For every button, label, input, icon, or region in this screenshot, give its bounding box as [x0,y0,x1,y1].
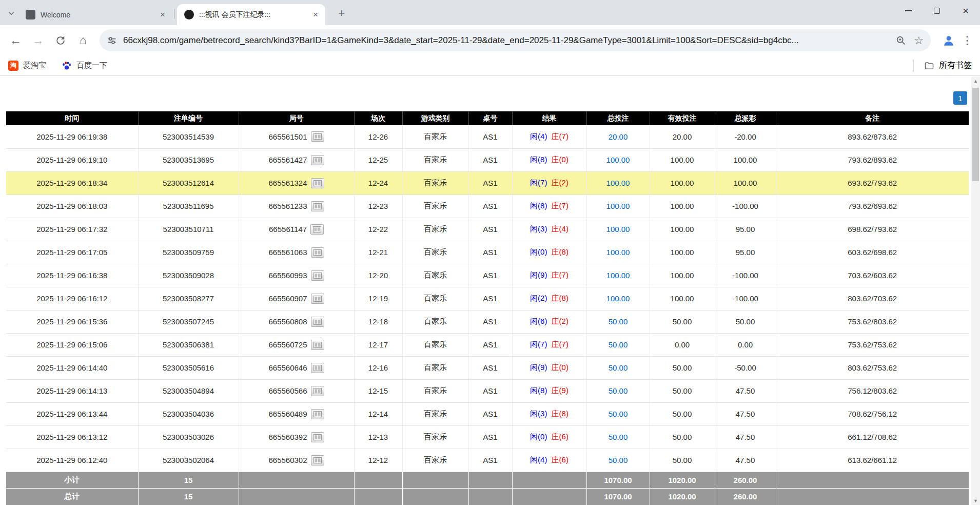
total-bet-link[interactable]: 50.00 [609,317,628,326]
cell-total-bet: 50.00 [586,310,650,333]
cell-game-type: 百家乐 [402,125,468,148]
cell-total-payout: -100.00 [715,264,776,287]
result-player: 闲(4) [530,132,547,141]
home-button[interactable]: ⌂ [72,29,94,52]
profile-avatar-icon[interactable] [938,30,959,51]
vertical-scrollbar[interactable]: ▲ ▼ [971,76,980,505]
total-bet-link[interactable]: 20.00 [609,132,628,141]
round-number: 665560302 [268,456,307,464]
total-bet-link[interactable]: 100.00 [606,248,630,257]
back-button[interactable]: ← [4,29,27,52]
cell-remark: 803.62/703.62 [776,287,969,310]
table-row[interactable]: 2025-11-29 06:19:10 523003513695 6655614… [6,148,969,171]
cell-table-no: AS1 [468,264,512,287]
col-header-remark: 备注 [776,111,969,125]
table-row[interactable]: 2025-11-29 06:17:32 523003510711 6655611… [6,218,969,241]
maximize-button[interactable] [923,0,951,22]
bookmark-star-icon[interactable]: ☆ [914,34,924,47]
table-row[interactable]: 2025-11-29 06:16:38 523003509028 6655609… [6,264,969,287]
cell-valid-bet: 100.00 [650,264,715,287]
video-replay-icon[interactable] [311,247,324,258]
table-row[interactable]: 2025-11-29 06:13:44 523003504036 6655604… [6,402,969,425]
video-replay-icon[interactable] [311,363,324,373]
zoom-icon[interactable] [895,35,907,46]
new-tab-button[interactable]: + [335,6,349,21]
video-replay-icon[interactable] [311,386,324,396]
tab-close-icon[interactable]: × [157,9,168,21]
close-icon: × [963,6,969,16]
table-row[interactable]: 2025-11-29 06:14:13 523003504894 6655605… [6,379,969,402]
cell-time: 2025-11-29 06:19:10 [6,148,138,171]
bookmark-label: 百度一下 [76,61,107,70]
cell-total-payout: 50.00 [715,310,776,333]
taobao-icon: 淘 [8,61,18,71]
cell-bet-id: 523003504894 [138,379,239,402]
table-row[interactable]: 2025-11-29 06:12:40 523003502064 6655603… [6,449,969,472]
tab-betrecord[interactable]: :::视讯 会员下注纪录::: × [177,4,325,25]
table-row[interactable]: 2025-11-29 06:16:12 523003508277 6655609… [6,287,969,310]
cell-total-payout: -50.00 [715,356,776,379]
close-window-button[interactable]: × [951,0,980,22]
video-replay-icon[interactable] [310,224,324,235]
round-number: 665560489 [268,410,307,418]
total-bet-link[interactable]: 100.00 [606,179,630,187]
minimize-button[interactable] [894,0,923,22]
total-bet-link[interactable]: 100.00 [606,271,630,280]
video-replay-icon[interactable] [311,432,324,442]
table-row[interactable]: 2025-11-29 06:15:36 523003507245 6655608… [6,310,969,333]
table-row[interactable]: 2025-11-29 06:18:03 523003511695 6655612… [6,195,969,218]
table-row[interactable]: 2025-11-29 06:13:12 523003503026 6655603… [6,425,969,449]
total-bet-link[interactable]: 100.00 [606,202,630,210]
footer-cell-empty [468,488,512,505]
all-bookmarks[interactable]: 所有书签 [913,60,972,72]
tab-search-chevron-icon[interactable] [6,8,16,18]
total-bet-link[interactable]: 50.00 [609,386,628,395]
video-replay-icon[interactable] [311,340,324,350]
scrollbar-thumb[interactable] [972,88,979,181]
video-replay-icon[interactable] [311,409,324,419]
tab-welcome[interactable]: Welcome × [18,4,172,25]
total-bet-link[interactable]: 50.00 [609,433,628,441]
bookmark-baidu[interactable]: 百度一下 [62,61,107,71]
video-replay-icon[interactable] [311,201,324,211]
video-replay-icon[interactable] [311,455,324,465]
tab-close-icon[interactable]: × [310,9,321,21]
video-replay-icon[interactable] [311,294,324,304]
scroll-down-icon[interactable]: ▼ [971,496,980,505]
video-replay-icon[interactable] [311,155,324,165]
total-bet-link[interactable]: 50.00 [609,410,628,418]
cell-total-bet: 50.00 [586,356,650,379]
cell-session: 12-16 [354,356,402,379]
cell-time: 2025-11-29 06:16:12 [6,287,138,310]
cell-remark: 793.62/693.62 [776,195,969,218]
url-text[interactable]: 66cxkj98.com/game/betrecord_search/kind3… [123,35,889,46]
site-settings-icon[interactable] [107,35,117,46]
refresh-button[interactable] [49,29,72,52]
total-bet-link[interactable]: 50.00 [609,456,628,464]
total-bet-link[interactable]: 50.00 [609,363,628,372]
scroll-up-icon[interactable]: ▲ [971,76,980,85]
cell-remark: 661.12/708.62 [776,425,969,449]
cell-bet-id: 523003509759 [138,241,239,264]
address-bar[interactable]: 66cxkj98.com/game/betrecord_search/kind3… [100,29,931,51]
table-row[interactable]: 2025-11-29 06:18:34 523003512614 6655613… [6,171,969,195]
table-row[interactable]: 2025-11-29 06:19:38 523003514539 6655615… [6,125,969,148]
table-row[interactable]: 2025-11-29 06:17:05 523003509759 6655610… [6,241,969,264]
video-replay-icon[interactable] [311,270,324,281]
table-row[interactable]: 2025-11-29 06:15:06 523003506381 6655607… [6,333,969,356]
result-player: 闲(6) [530,317,547,325]
forward-button[interactable]: → [27,29,49,52]
cell-round: 665561324 [239,171,354,195]
video-replay-icon[interactable] [311,317,324,327]
total-bet-link[interactable]: 100.00 [606,225,630,234]
bookmark-aitaobao[interactable]: 淘 爱淘宝 [8,61,46,71]
video-replay-icon[interactable] [311,131,324,142]
total-bet-link[interactable]: 100.00 [606,156,630,164]
total-bet-link[interactable]: 50.00 [609,340,628,349]
pagination-page-1[interactable]: 1 [953,91,967,105]
browser-menu-icon[interactable]: ⋮ [959,30,975,51]
cell-bet-id: 523003514539 [138,125,239,148]
table-row[interactable]: 2025-11-29 06:14:40 523003505616 6655606… [6,356,969,379]
video-replay-icon[interactable] [311,178,324,188]
total-bet-link[interactable]: 100.00 [606,294,630,303]
